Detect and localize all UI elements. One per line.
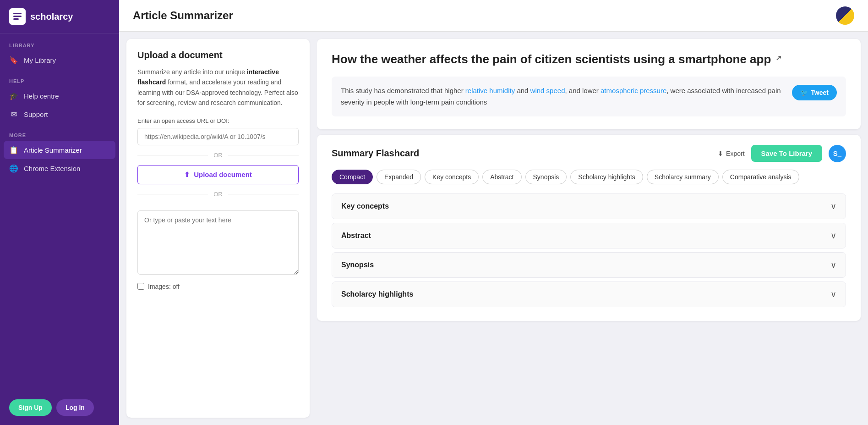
abstract-box: This study has demonstrated that higher … [332,77,846,116]
accordion-synopsis: Synopsis ∨ [332,252,846,278]
tab-expanded[interactable]: Expanded [377,170,421,184]
url-label: Enter an open access URL or DOI: [137,117,299,124]
article-title: How the weather affects the pain of citi… [332,52,846,67]
section-library-label: LIBRARY [0,33,119,51]
tweet-button[interactable]: 🐦 Tweet [792,85,837,100]
signup-button[interactable]: Sign Up [9,399,52,416]
chevron-down-icon: ∨ [830,260,836,270]
logo-icon [9,8,26,25]
accordion-key-concepts: Key concepts ∨ [332,193,846,219]
sidebar-item-support[interactable]: ✉ Support [0,105,119,123]
tab-synopsis[interactable]: Synopsis [525,170,567,184]
graduation-icon: 🎓 [9,91,18,100]
pressure-link[interactable]: atmospheric pressure [601,87,666,94]
sidebar-item-label: My Library [24,56,56,64]
section-more-label: MORE [0,123,119,141]
left-panel: Upload a document Summarize any article … [126,39,310,418]
accordion-synopsis-label: Synopsis [341,261,374,269]
flashcard-title: Summary Flashcard [332,148,419,159]
images-checkbox[interactable] [137,283,144,290]
or-divider-1: OR [137,152,299,159]
sidebar-bottom: Sign Up Log In [0,390,119,425]
url-input[interactable] [137,128,299,145]
accordion-key-concepts-header[interactable]: Key concepts ∨ [332,194,846,219]
accordion-key-concepts-label: Key concepts [341,202,389,210]
upload-description: Summarize any article into our unique in… [137,67,299,108]
chevron-down-icon: ∨ [830,231,836,241]
upload-document-button[interactable]: ⬆ Upload document [137,165,299,184]
login-button[interactable]: Log In [56,399,94,416]
sidebar-item-chrome-extension[interactable]: 🌐 Chrome Extension [0,159,119,177]
article-card: How the weather affects the pain of citi… [317,39,861,129]
sidebar-logo: scholarcy [0,0,119,33]
sidebar-item-help-centre[interactable]: 🎓 Help centre [0,87,119,105]
sidebar-item-label: Support [24,110,48,118]
theme-toggle-button[interactable] [836,6,854,25]
envelope-icon: ✉ [9,110,18,119]
abstract-text: This study has demonstrated that higher … [341,85,785,108]
chevron-down-icon: ∨ [830,289,836,299]
svg-rect-1 [13,16,22,17]
flashcard-section: Summary Flashcard ⬇ Export Save To Libra… [317,135,861,321]
or-divider-2: OR [137,191,299,198]
avatar: S_ [829,145,846,162]
section-help-label: HELP [0,69,119,87]
flashcard-tabs: Compact Expanded Key concepts Abstract S… [332,170,846,184]
accordion-abstract-header[interactable]: Abstract ∨ [332,223,846,248]
svg-rect-2 [13,18,19,20]
main-content: Article Summarizer Upload a document Sum… [119,0,868,425]
export-button[interactable]: ⬇ Export [718,150,744,157]
tab-abstract[interactable]: Abstract [482,170,521,184]
text-input[interactable] [137,210,299,275]
external-link-icon[interactable]: ↗ [775,54,781,63]
accordion-abstract-label: Abstract [341,232,371,240]
accordion-scholarcy-highlights-label: Scholarcy highlights [341,290,413,298]
save-to-library-button[interactable]: Save To Library [751,145,822,162]
accordion-scholarcy-highlights-header[interactable]: Scholarcy highlights ∨ [332,282,846,307]
accordion-abstract: Abstract ∨ [332,223,846,248]
article-icon: 📋 [9,145,18,155]
content-area: Upload a document Summarize any article … [119,32,868,425]
header-right-actions: ⬇ Export Save To Library S_ [718,145,846,162]
humidity-link[interactable]: relative humidity [465,87,515,94]
right-panel: How the weather affects the pain of citi… [317,32,868,425]
upload-title: Upload a document [137,50,299,61]
svg-rect-0 [13,13,22,14]
topbar: Article Summarizer [119,0,868,32]
images-label: Images: off [148,283,180,290]
sidebar: scholarcy LIBRARY 🔖 My Library HELP 🎓 He… [0,0,119,425]
tab-comparative-analysis[interactable]: Comparative analysis [722,170,799,184]
export-icon: ⬇ [718,150,723,157]
logo-text: scholarcy [30,11,73,22]
tab-scholarcy-summary[interactable]: Scholarcy summary [647,170,719,184]
page-title: Article Summarizer [133,9,233,22]
wind-speed-link[interactable]: wind speed [530,87,565,94]
accordion-synopsis-header[interactable]: Synopsis ∨ [332,253,846,277]
sidebar-item-label: Help centre [24,92,59,100]
sidebar-item-label: Article Summarizer [24,146,82,154]
globe-icon: 🌐 [9,164,18,173]
sidebar-item-article-summarizer[interactable]: 📋 Article Summarizer [4,141,115,159]
tweet-bird-icon: 🐦 [800,89,808,96]
bookmark-icon: 🔖 [9,55,18,65]
tab-scholarcy-highlights[interactable]: Scholarcy highlights [570,170,643,184]
sidebar-item-label: Chrome Extension [24,165,80,172]
flashcard-header: Summary Flashcard ⬇ Export Save To Libra… [332,145,846,162]
images-toggle-row: Images: off [137,283,299,290]
upload-icon: ⬆ [184,171,190,179]
chevron-down-icon: ∨ [830,201,836,211]
sidebar-item-my-library[interactable]: 🔖 My Library [0,51,119,69]
tab-compact[interactable]: Compact [332,170,373,184]
tab-key-concepts[interactable]: Key concepts [425,170,479,184]
accordion-scholarcy-highlights: Scholarcy highlights ∨ [332,281,846,307]
